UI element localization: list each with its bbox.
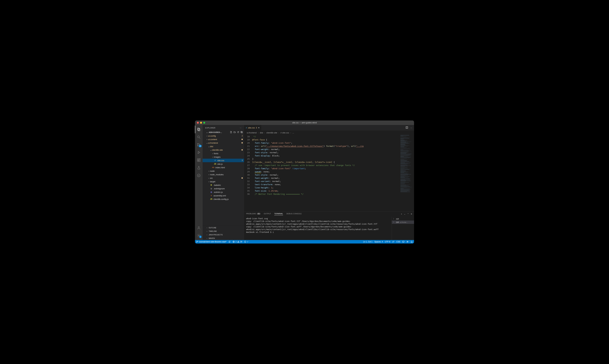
encoding[interactable]: UTF-8 [385, 241, 390, 243]
extensions-icon[interactable] [195, 156, 203, 164]
svg-rect-12 [199, 158, 200, 160]
tree-item--babelrc[interactable]: B.babelrc [203, 183, 244, 187]
tree-item--eslintignore[interactable]: ◎.eslintignore [203, 187, 244, 190]
close-icon[interactable]: ✕ [258, 127, 260, 129]
chevron-right-icon: › [206, 227, 208, 229]
breadcrumb[interactable]: ui.frontend›dist›clientlib-site›# site.c… [244, 130, 414, 135]
new-file-icon[interactable] [230, 131, 232, 134]
tree-item-index-html[interactable]: <>index.html [203, 166, 244, 169]
tree-item-site-js[interactable]: JSsite.js [203, 162, 244, 166]
tree-item-node-modules[interactable]: ›node_modules [203, 173, 244, 176]
new-folder-icon[interactable] [233, 131, 236, 134]
svg-point-15 [198, 235, 199, 236]
run-debug-icon[interactable] [195, 149, 203, 156]
breadcrumb-segment[interactable]: # site.css [281, 131, 289, 134]
section-timeline[interactable]: ›TIMELINE [203, 229, 244, 233]
tree-item-label: clientlib.config.js [214, 198, 243, 200]
tree-item-assembly-xml[interactable]: ≡assembly.xml [203, 194, 244, 197]
modified-dot-icon [242, 139, 243, 140]
tree-item-dist[interactable]: ⌄dist [203, 145, 244, 148]
tree-item-site-css[interactable]: #site.css3 [203, 159, 244, 162]
project-header[interactable]: ⌄AEM-GUIDES-... [203, 130, 244, 134]
indentation[interactable]: Spaces: 4 [374, 241, 383, 243]
git-branch[interactable]: tutorial/client-side-libraries-start* [196, 241, 227, 243]
live-share-icon[interactable] [406, 241, 409, 243]
svg-rect-9 [197, 159, 199, 160]
svg-rect-10 [197, 160, 199, 162]
problems-tab[interactable]: PROBLEMS 31 [246, 213, 260, 215]
collapse-all-icon[interactable] [241, 131, 243, 134]
cursor-position[interactable]: Ln 1, Col 1 [363, 241, 372, 243]
svg-rect-17 [241, 132, 243, 133]
source-control-icon[interactable]: 20 [195, 141, 203, 149]
activity-bar: 20 [195, 125, 203, 240]
accounts-icon[interactable] [195, 224, 203, 232]
terminal-output[interactable]: wknd-icon-font.svg copy: clientlib-site/… [244, 217, 392, 240]
tree-item-node[interactable]: ›node [203, 169, 244, 173]
terminal-tab[interactable]: TERMINAL [274, 213, 283, 215]
explorer-icon[interactable] [195, 126, 203, 133]
breadcrumb-segment[interactable]: clientlib-site [266, 131, 277, 134]
tree-item-clientlib-site[interactable]: ⌄clientlib-site [203, 148, 244, 152]
notifications-icon[interactable] [410, 241, 413, 243]
svg-point-14 [198, 227, 199, 228]
eol[interactable]: LF [392, 241, 394, 243]
sidebar-more-icon[interactable]: ··· [240, 127, 242, 129]
refresh-icon[interactable] [237, 131, 239, 134]
svg-point-5 [198, 145, 198, 146]
sidebar: EXPLORER ··· ⌄AEM-GUIDES-... ›ui.config2… [203, 125, 244, 240]
file-icon: # [214, 159, 217, 162]
testing-icon[interactable] [195, 164, 203, 172]
editor-tabs: # site.css 3 ✕ ··· [244, 125, 414, 130]
problems-status[interactable]: 2 29 [232, 241, 242, 243]
minimap[interactable] [400, 135, 414, 211]
sidebar-footer-sections: ›OUTLINE›TIMELINE›JAVA PROJECTS›MAVEN [203, 226, 244, 240]
settings-icon[interactable]: 1 [195, 232, 203, 239]
tree-item-target[interactable]: ›target [203, 180, 244, 183]
new-terminal-icon[interactable]: + [401, 213, 402, 215]
section-maven[interactable]: ›MAVEN [203, 236, 244, 240]
more-icon[interactable]: ··· [410, 127, 412, 129]
code-area[interactable]: 18192021222324252627282930313233343536 *… [244, 135, 414, 211]
breadcrumb-segment[interactable]: ... [292, 131, 294, 134]
close-panel-icon[interactable]: ✕ [411, 213, 412, 215]
task-icon[interactable] [195, 172, 203, 179]
badge-number: 3 [242, 159, 243, 162]
chevron-down-icon: ⌄ [206, 131, 208, 133]
tree-item-ui-config[interactable]: ›ui.config2 [203, 134, 244, 138]
svg-marker-7 [198, 151, 200, 154]
tree-item-images[interactable]: ›images [203, 155, 244, 159]
tree-item-src[interactable]: ›src [203, 176, 244, 180]
modified-dot-icon [242, 149, 243, 151]
tree-item-ui-frontend[interactable]: ⌄ui.frontend [203, 141, 244, 145]
terminal-dropdown-icon[interactable]: ⌄ [404, 213, 406, 215]
code-content[interactable]: */@font-face { font-family: "wknd-icon-f… [252, 135, 400, 211]
search-icon[interactable] [195, 133, 203, 141]
chevron-icon: › [206, 135, 208, 137]
chevron-right-icon: › [206, 230, 208, 232]
debug-console-tab[interactable]: DEBUG CONSOLE [286, 213, 302, 215]
tree-item-ui-content[interactable]: ›ui.content [203, 138, 244, 141]
breadcrumb-segment[interactable]: ui.frontend [247, 131, 257, 134]
tree-item--eslintrc-js[interactable]: ◎.eslintrc.js [203, 190, 244, 194]
chevron-right-icon: › [258, 131, 258, 134]
language-mode[interactable]: CSS [396, 241, 400, 243]
sync-icon[interactable] [228, 241, 230, 243]
breadcrumb-segment[interactable]: dist [260, 131, 263, 134]
feedback-icon[interactable] [402, 241, 405, 243]
tree-item-label: ui.content [208, 138, 241, 141]
tree-item-fonts[interactable]: ›fonts [203, 152, 244, 155]
terminal-instance[interactable]: 〉zsh [392, 217, 414, 221]
maximize-panel-icon[interactable]: ⌃ [407, 213, 409, 215]
tree-item-label: dist [210, 145, 243, 148]
tree-item-clientlib-config-js[interactable]: JSclientlib.config.js [203, 197, 244, 201]
split-editor-icon[interactable] [406, 126, 408, 129]
terminal-instance[interactable]: 〉zsh ui.fronte... [392, 221, 414, 224]
file-icon: B [210, 184, 213, 186]
shield-icon[interactable]: ✓ [244, 241, 248, 243]
output-tab[interactable]: OUTPUT [264, 213, 271, 215]
tab-site-css[interactable]: # site.css 3 ✕ [244, 125, 261, 130]
chevron-right-icon: › [290, 131, 291, 134]
section-outline[interactable]: ›OUTLINE [203, 226, 244, 229]
section-java-projects[interactable]: ›JAVA PROJECTS [203, 233, 244, 236]
